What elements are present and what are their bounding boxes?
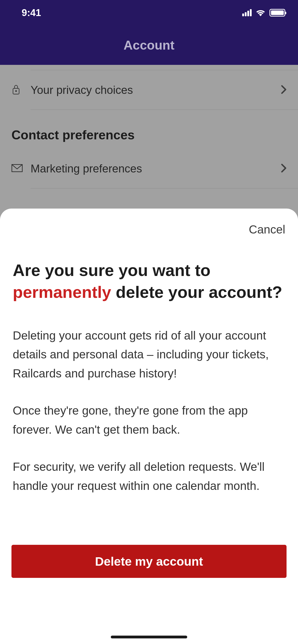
home-indicator[interactable] (111, 636, 187, 638)
cellular-signal-icon (242, 9, 252, 16)
modal-body-p1: Deleting your account gets rid of all yo… (13, 326, 285, 383)
cancel-button[interactable]: Cancel (249, 223, 285, 236)
modal-title-part2: delete your account? (111, 283, 282, 301)
modal-body-p2: Once they're gone, they're gone from the… (13, 401, 285, 439)
modal-body-p3: For security, we verify all deletion req… (13, 457, 285, 495)
modal-title-emphasis: permanently (13, 283, 111, 301)
status-bar: 9:41 (0, 0, 298, 25)
delete-account-modal: Cancel Are you sure you want to permanen… (0, 209, 298, 644)
delete-account-button[interactable]: Delete my account (11, 545, 287, 578)
page-title: Account (124, 38, 174, 53)
battery-icon (269, 9, 285, 17)
modal-title: Are you sure you want to permanently del… (13, 259, 285, 303)
status-time: 9:41 (22, 7, 41, 18)
modal-body: Deleting your account gets rid of all yo… (13, 326, 285, 495)
page-header: Account (0, 25, 298, 65)
wifi-icon (255, 8, 266, 17)
status-icons (242, 8, 285, 17)
modal-title-part1: Are you sure you want to (13, 261, 211, 280)
